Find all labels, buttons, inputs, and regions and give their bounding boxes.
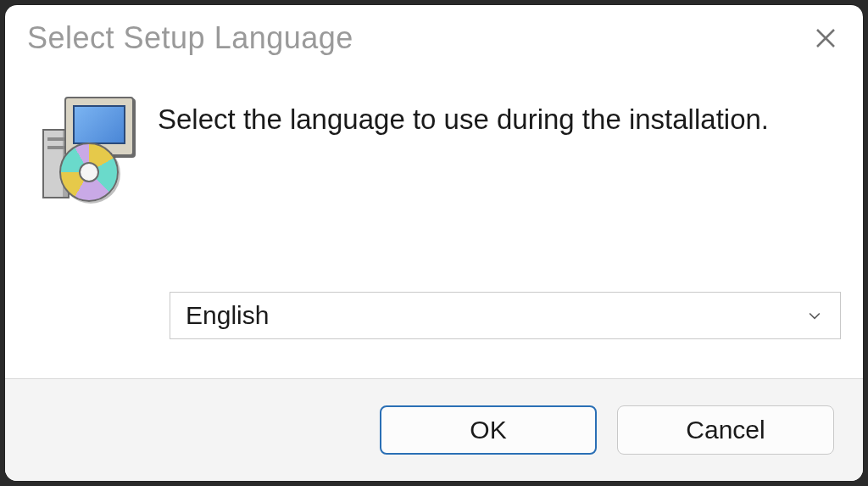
language-select-value: English: [186, 301, 269, 330]
instruction-row: Select the language to use during the in…: [39, 97, 834, 198]
close-button[interactable]: [807, 20, 844, 57]
installer-icon-wrap: [39, 97, 158, 198]
window-title: Select Setup Language: [27, 20, 807, 56]
dialog-footer: OK Cancel: [5, 378, 863, 481]
language-row: English: [170, 292, 834, 339]
title-bar: Select Setup Language: [5, 5, 863, 71]
chevron-down-icon: [803, 304, 826, 327]
ok-button-label: OK: [470, 416, 506, 444]
installer-icon: [39, 97, 134, 198]
close-icon: [813, 25, 838, 51]
language-select[interactable]: English: [170, 292, 841, 339]
ok-button[interactable]: OK: [380, 405, 597, 455]
cancel-button[interactable]: Cancel: [617, 405, 834, 455]
dialog-window: Select Setup Language Select the languag…: [5, 5, 863, 481]
dialog-body: Select the language to use during the in…: [5, 71, 863, 378]
instruction-text: Select the language to use during the in…: [158, 97, 769, 137]
cancel-button-label: Cancel: [686, 416, 765, 444]
